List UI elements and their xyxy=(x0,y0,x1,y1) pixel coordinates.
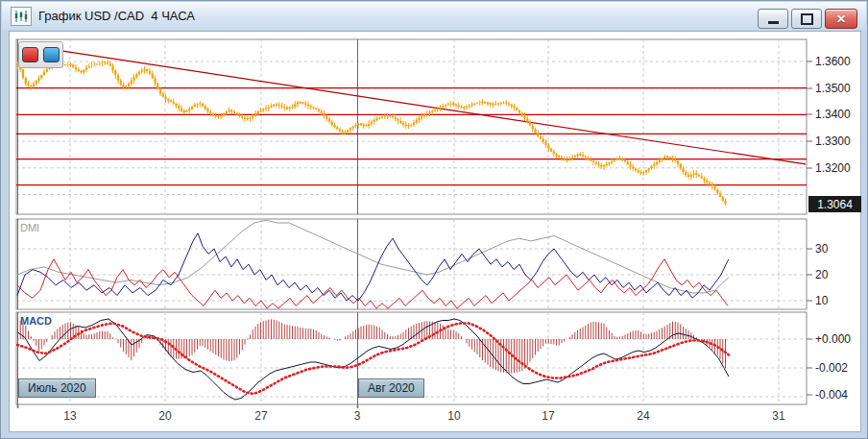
main-chart-panel[interactable] xyxy=(16,39,807,214)
chart-window: График USD /CAD 4 ЧАСА ✕ DMI MACD 1.3600… xyxy=(0,0,868,439)
window-title: График USD /CAD 4 ЧАСА xyxy=(38,9,195,23)
minimize-button[interactable] xyxy=(758,9,788,29)
price-label-1.3200: 1.3200 xyxy=(815,161,851,175)
price-label-1.3400: 1.3400 xyxy=(815,108,851,121)
window-controls: ✕ xyxy=(758,9,857,29)
macd-level-label-+0.000: +0.000 xyxy=(815,332,851,346)
title-bar[interactable]: График USD /CAD 4 ЧАСА ✕ xyxy=(2,2,866,30)
month-badge-july: Июль 2020 xyxy=(18,378,96,398)
date-label-17: 17 xyxy=(542,409,554,423)
maximize-button[interactable] xyxy=(791,9,822,29)
blue-marker-button[interactable] xyxy=(43,47,60,62)
red-marker-button[interactable] xyxy=(22,47,38,62)
price-label-1.3500: 1.3500 xyxy=(815,82,851,95)
chart-mini-toolbar xyxy=(18,41,63,68)
date-label-3: 3 xyxy=(354,409,361,423)
minimize-icon xyxy=(768,21,779,24)
dmi-level-label-20: 20 xyxy=(815,268,828,281)
price-label-1.3600: 1.3600 xyxy=(815,55,851,68)
close-icon: ✕ xyxy=(836,13,846,25)
month-badge-august: Авг 2020 xyxy=(358,378,424,398)
date-label-20: 20 xyxy=(158,409,171,423)
current-price-badge: 1.3064 xyxy=(808,196,861,212)
date-label-24: 24 xyxy=(637,409,649,423)
date-label-10: 10 xyxy=(447,409,460,423)
dmi-panel[interactable] xyxy=(16,219,807,309)
macd-level-label--0.002: -0.002 xyxy=(815,361,848,375)
close-button[interactable]: ✕ xyxy=(825,9,857,29)
maximize-icon xyxy=(801,13,813,25)
dmi-level-label-10: 10 xyxy=(815,294,828,307)
price-label-1.3300: 1.3300 xyxy=(815,134,851,148)
macd-label: MACD xyxy=(20,315,52,327)
date-label-31: 31 xyxy=(772,409,784,423)
dmi-level-label-30: 30 xyxy=(815,242,828,256)
date-label-27: 27 xyxy=(254,409,267,423)
candlestick-chart-icon xyxy=(11,7,32,26)
dmi-label: DMI xyxy=(20,222,39,233)
macd-level-label--0.004: -0.004 xyxy=(815,388,848,402)
date-label-13: 13 xyxy=(63,409,76,423)
